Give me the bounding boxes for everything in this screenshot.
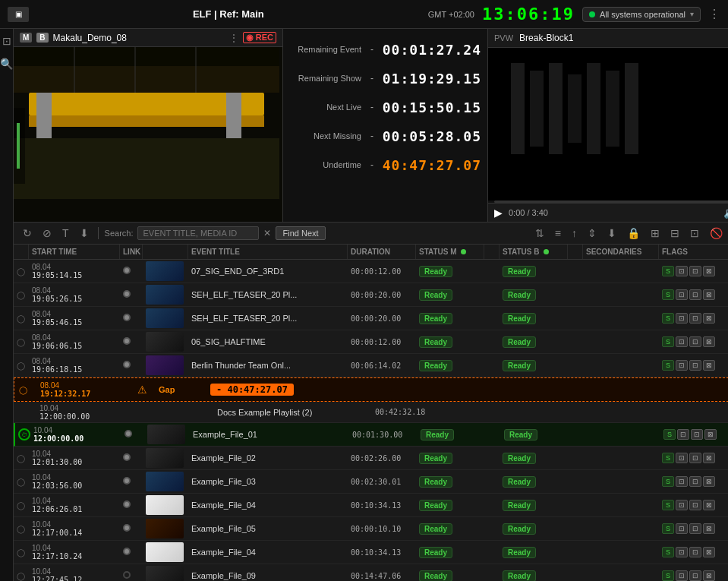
flag-c-icon[interactable]: ⊠ — [703, 360, 715, 371]
flag-script-icon[interactable]: S — [662, 266, 674, 276]
clock-row-duration: 00:01:30.00 — [349, 429, 418, 440]
table-row[interactable]: ◯ 08.04 19:06:18.15 Berlin Thunder Team … — [14, 354, 728, 377]
flag-a-icon[interactable]: ⊡ — [676, 336, 688, 347]
flag-b-icon[interactable]: ⊡ — [689, 360, 701, 371]
flag-c-icon[interactable]: ⊠ — [703, 570, 715, 581]
table-row[interactable]: ◯ 10.04 12:17:10.24 Example_File_04 00:1… — [14, 541, 728, 564]
flag-c-icon[interactable]: ⊠ — [703, 476, 715, 487]
toolbar-grid-icon[interactable]: ⊞ — [648, 226, 663, 241]
flag-a-icon[interactable]: ⊡ — [676, 289, 688, 300]
row-duration: 00:00:12.00 — [348, 266, 416, 277]
flag-a-icon[interactable]: ⊡ — [676, 547, 688, 557]
flag-script-icon[interactable]: S — [662, 336, 674, 347]
flag-b-icon[interactable]: ⊡ — [689, 523, 701, 534]
row-duration: 00:06:14.02 — [348, 360, 416, 371]
flag-c-icon[interactable]: ⊠ — [703, 453, 715, 463]
toolbar-download-icon[interactable]: ⬇ — [604, 226, 619, 241]
row-duration: 00:00:12.00 — [348, 336, 416, 348]
flag-a-icon[interactable]: ⊡ — [676, 523, 688, 534]
row-status-b-dot — [568, 270, 583, 273]
table-row[interactable]: ◯ 08.04 19:05:46.15 SEH_ELF_TEASER_20 Pl… — [14, 307, 728, 330]
flag-b-icon[interactable]: ⊡ — [689, 500, 701, 510]
flag-c-icon[interactable]: ⊠ — [704, 429, 717, 440]
flag-b-icon[interactable]: ⊡ — [689, 453, 701, 463]
search-clear-icon[interactable]: ✕ — [263, 228, 271, 238]
flag-script-icon[interactable]: S — [663, 429, 676, 440]
toolbar-grid2-icon[interactable]: ⊟ — [667, 226, 682, 241]
flag-c-icon[interactable]: ⊠ — [703, 547, 715, 557]
toolbar-lock-icon[interactable]: 🔒 — [624, 226, 643, 241]
flag-script-icon[interactable]: S — [662, 313, 674, 324]
flag-b-icon[interactable]: ⊡ — [689, 570, 701, 581]
flag-b-icon[interactable]: ⊡ — [689, 547, 701, 557]
table-row[interactable]: ◯ 10.04 12:03:56.00 Example_File_03 00:0… — [14, 470, 728, 494]
table-row[interactable]: ◯ 10.04 12:06:26.01 Example_File_04 00:1… — [14, 494, 728, 517]
sidebar-search-icon[interactable]: 🔍 — [0, 58, 13, 70]
table-row[interactable]: ◯ 10.04 12:01:30.00 Example_File_02 00:0… — [14, 447, 728, 470]
toolbar-sort-icon[interactable]: ⇅ — [532, 226, 547, 241]
flag-script-icon[interactable]: S — [662, 360, 674, 371]
preview-more-icon[interactable]: ⋮ — [229, 33, 238, 43]
flag-script-icon[interactable]: S — [662, 289, 674, 300]
remaining-event-row: Remaining Event - 00:01:27.24 — [289, 36, 481, 62]
table-row[interactable]: ◯ 08.04 19:05:14.15 07_SIG_END_OF_3RD1 0… — [14, 260, 728, 283]
row-status-m-dot — [484, 551, 500, 554]
flag-b-icon[interactable]: ⊡ — [689, 336, 701, 347]
flag-c-icon[interactable]: ⊠ — [703, 336, 715, 347]
table-row[interactable]: ◯ 08.04 19:05:26.15 SEH_ELF_TEASER_20 Pl… — [14, 283, 728, 307]
toolbar-block-icon[interactable]: 🚫 — [707, 226, 726, 241]
text-button[interactable]: T — [59, 226, 72, 241]
toolbar-table-icon[interactable]: ⊡ — [687, 226, 702, 241]
flag-b-icon[interactable]: ⊡ — [691, 429, 703, 440]
toolbar-up-icon[interactable]: ↑ — [569, 226, 580, 241]
flag-a-icon[interactable]: ⊡ — [676, 360, 688, 371]
flag-c-icon[interactable]: ⊠ — [703, 500, 715, 510]
table-row[interactable]: ◯ 10.04 12:17:00.14 Example_File_05 00:0… — [14, 517, 728, 541]
import-button[interactable]: ⬇ — [77, 226, 92, 241]
flag-b-icon[interactable]: ⊡ — [689, 266, 701, 276]
flag-script-icon[interactable]: S — [662, 523, 674, 534]
flag-script-icon[interactable]: S — [662, 476, 674, 487]
ph-datetime: 10.04 12:00:00.00 — [39, 404, 131, 421]
table-row[interactable]: ◯ 08.04 19:06:06.15 06_SIG_HALFTIME 00:0… — [14, 330, 728, 354]
row-thumb — [143, 354, 188, 377]
flag-a-icon[interactable]: ⊡ — [677, 429, 689, 440]
flag-a-icon[interactable]: ⊡ — [676, 313, 688, 324]
row-status-m-dot — [484, 340, 500, 343]
flag-a-icon[interactable]: ⊡ — [676, 500, 688, 510]
flag-a-icon[interactable]: ⊡ — [676, 266, 688, 276]
flag-a-icon[interactable]: ⊡ — [676, 453, 688, 463]
toolbar-list-icon[interactable]: ≡ — [552, 226, 564, 241]
flag-script-icon[interactable]: S — [662, 500, 674, 510]
pvw-volume-icon[interactable]: 🔊 — [723, 207, 728, 219]
flag-script-icon[interactable]: S — [662, 453, 674, 463]
stop-button[interactable]: ⊘ — [39, 226, 55, 241]
table-row-clock[interactable]: ⏱ 10.04 12:00:00.00 Example_File_01 00:0… — [14, 423, 728, 447]
sidebar-monitor-icon[interactable]: ⊡ — [2, 35, 11, 47]
search-input[interactable] — [137, 226, 259, 240]
refresh-button[interactable]: ↻ — [20, 226, 35, 241]
flag-b-icon[interactable]: ⊡ — [689, 313, 701, 324]
table-row[interactable]: ◯ 10.04 12:27:45.12 Example_File_09 00:1… — [14, 564, 728, 581]
flag-script-icon[interactable]: S — [662, 547, 674, 557]
flag-b-icon[interactable]: ⊡ — [689, 476, 701, 487]
pvw-play-button[interactable]: ▶ — [494, 207, 503, 219]
toolbar-arrows-icon[interactable]: ⇕ — [585, 226, 600, 241]
flag-c-icon[interactable]: ⊠ — [703, 313, 715, 324]
flag-c-icon[interactable]: ⊠ — [703, 266, 715, 276]
flag-a-icon[interactable]: ⊡ — [676, 570, 688, 581]
flag-script-icon[interactable]: S — [662, 570, 674, 581]
flag-c-icon[interactable]: ⊠ — [703, 523, 715, 534]
col-header-status-b-dot — [568, 245, 583, 259]
flag-a-icon[interactable]: ⊡ — [676, 476, 688, 487]
row-select: ◯ — [14, 499, 29, 511]
flag-c-icon[interactable]: ⊠ — [703, 289, 715, 300]
flag-b-icon[interactable]: ⊡ — [689, 289, 701, 300]
svg-rect-12 — [17, 123, 20, 138]
preview-video — [14, 47, 282, 222]
row-status-m: Ready — [416, 358, 484, 373]
status-chevron-icon[interactable]: ▾ — [690, 10, 694, 18]
find-next-button[interactable]: Find Next — [276, 226, 325, 240]
pvw-progress-bar[interactable] — [494, 201, 728, 203]
topbar-more-icon[interactable]: ⋮ — [708, 7, 720, 21]
